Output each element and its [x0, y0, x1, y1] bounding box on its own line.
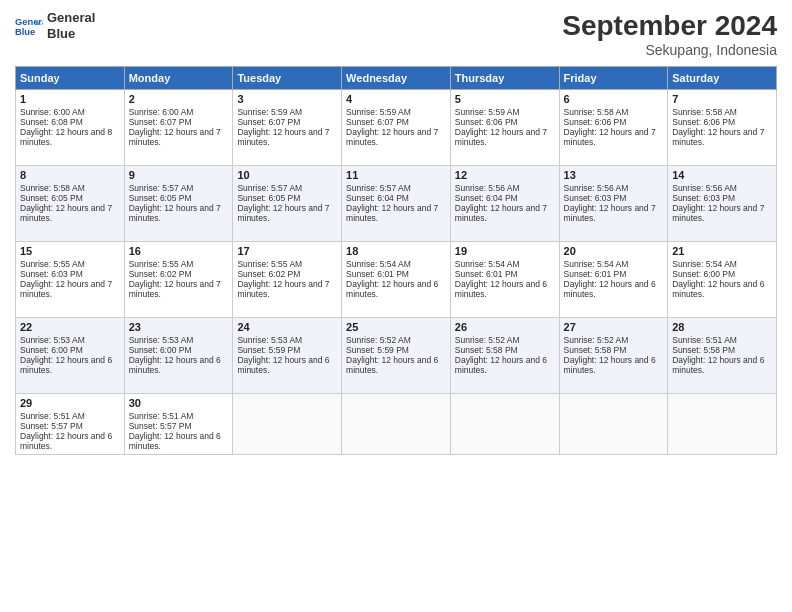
day-number: 17 — [237, 245, 337, 257]
daylight: Daylight: 12 hours and 6 minutes. — [129, 431, 221, 451]
sunset: Sunset: 6:02 PM — [129, 269, 192, 279]
day-number: 3 — [237, 93, 337, 105]
sunrise: Sunrise: 5:56 AM — [455, 183, 520, 193]
day-number: 9 — [129, 169, 229, 181]
daylight: Daylight: 12 hours and 7 minutes. — [237, 279, 329, 299]
sunset: Sunset: 6:07 PM — [346, 117, 409, 127]
sunset: Sunset: 5:57 PM — [20, 421, 83, 431]
week-row-1: 1Sunrise: 6:00 AMSunset: 6:08 PMDaylight… — [16, 90, 777, 166]
daylight: Daylight: 12 hours and 7 minutes. — [20, 279, 112, 299]
header-row: Sunday Monday Tuesday Wednesday Thursday… — [16, 67, 777, 90]
sunset: Sunset: 6:00 PM — [672, 269, 735, 279]
sunset: Sunset: 6:06 PM — [672, 117, 735, 127]
week-row-4: 22Sunrise: 5:53 AMSunset: 6:00 PMDayligh… — [16, 318, 777, 394]
daylight: Daylight: 12 hours and 6 minutes. — [564, 279, 656, 299]
day-number: 21 — [672, 245, 772, 257]
day-number: 18 — [346, 245, 446, 257]
sunset: Sunset: 6:04 PM — [455, 193, 518, 203]
sunrise: Sunrise: 5:52 AM — [346, 335, 411, 345]
sunset: Sunset: 6:03 PM — [564, 193, 627, 203]
week-row-5: 29Sunrise: 5:51 AMSunset: 5:57 PMDayligh… — [16, 394, 777, 455]
sunset: Sunset: 6:07 PM — [237, 117, 300, 127]
table-row: 18Sunrise: 5:54 AMSunset: 6:01 PMDayligh… — [342, 242, 451, 318]
sunrise: Sunrise: 5:55 AM — [20, 259, 85, 269]
table-row: 29Sunrise: 5:51 AMSunset: 5:57 PMDayligh… — [16, 394, 125, 455]
month-title: September 2024 — [562, 10, 777, 42]
daylight: Daylight: 12 hours and 7 minutes. — [237, 203, 329, 223]
table-row: 12Sunrise: 5:56 AMSunset: 6:04 PMDayligh… — [450, 166, 559, 242]
daylight: Daylight: 12 hours and 6 minutes. — [20, 355, 112, 375]
sunrise: Sunrise: 5:55 AM — [237, 259, 302, 269]
title-section: September 2024 Sekupang, Indonesia — [562, 10, 777, 58]
sunrise: Sunrise: 5:54 AM — [455, 259, 520, 269]
logo: General Blue General Blue — [15, 10, 95, 41]
daylight: Daylight: 12 hours and 6 minutes. — [20, 431, 112, 451]
table-row: 28Sunrise: 5:51 AMSunset: 5:58 PMDayligh… — [668, 318, 777, 394]
table-row: 6Sunrise: 5:58 AMSunset: 6:06 PMDaylight… — [559, 90, 668, 166]
sunset: Sunset: 6:01 PM — [346, 269, 409, 279]
day-number: 30 — [129, 397, 229, 409]
daylight: Daylight: 12 hours and 7 minutes. — [129, 127, 221, 147]
day-number: 6 — [564, 93, 664, 105]
sunrise: Sunrise: 5:52 AM — [455, 335, 520, 345]
sunset: Sunset: 6:06 PM — [455, 117, 518, 127]
sunrise: Sunrise: 5:56 AM — [672, 183, 737, 193]
col-wednesday: Wednesday — [342, 67, 451, 90]
table-row: 1Sunrise: 6:00 AMSunset: 6:08 PMDaylight… — [16, 90, 125, 166]
daylight: Daylight: 12 hours and 6 minutes. — [564, 355, 656, 375]
day-number: 27 — [564, 321, 664, 333]
day-number: 10 — [237, 169, 337, 181]
daylight: Daylight: 12 hours and 7 minutes. — [672, 203, 764, 223]
day-number: 8 — [20, 169, 120, 181]
sunset: Sunset: 6:07 PM — [129, 117, 192, 127]
daylight: Daylight: 12 hours and 6 minutes. — [672, 355, 764, 375]
sunrise: Sunrise: 6:00 AM — [20, 107, 85, 117]
daylight: Daylight: 12 hours and 7 minutes. — [129, 279, 221, 299]
table-row — [342, 394, 451, 455]
day-number: 24 — [237, 321, 337, 333]
sunrise: Sunrise: 5:59 AM — [237, 107, 302, 117]
table-row: 10Sunrise: 5:57 AMSunset: 6:05 PMDayligh… — [233, 166, 342, 242]
day-number: 12 — [455, 169, 555, 181]
table-row: 30Sunrise: 5:51 AMSunset: 5:57 PMDayligh… — [124, 394, 233, 455]
sunrise: Sunrise: 5:55 AM — [129, 259, 194, 269]
daylight: Daylight: 12 hours and 7 minutes. — [455, 203, 547, 223]
sunset: Sunset: 5:59 PM — [346, 345, 409, 355]
day-number: 29 — [20, 397, 120, 409]
table-row — [668, 394, 777, 455]
sunrise: Sunrise: 5:57 AM — [237, 183, 302, 193]
col-sunday: Sunday — [16, 67, 125, 90]
sunset: Sunset: 6:04 PM — [346, 193, 409, 203]
table-row: 27Sunrise: 5:52 AMSunset: 5:58 PMDayligh… — [559, 318, 668, 394]
sunrise: Sunrise: 5:53 AM — [237, 335, 302, 345]
sunset: Sunset: 5:58 PM — [564, 345, 627, 355]
table-row: 20Sunrise: 5:54 AMSunset: 6:01 PMDayligh… — [559, 242, 668, 318]
day-number: 19 — [455, 245, 555, 257]
table-row: 7Sunrise: 5:58 AMSunset: 6:06 PMDaylight… — [668, 90, 777, 166]
table-row: 13Sunrise: 5:56 AMSunset: 6:03 PMDayligh… — [559, 166, 668, 242]
sunset: Sunset: 6:00 PM — [129, 345, 192, 355]
day-number: 11 — [346, 169, 446, 181]
daylight: Daylight: 12 hours and 6 minutes. — [672, 279, 764, 299]
sunrise: Sunrise: 5:53 AM — [129, 335, 194, 345]
table-row: 24Sunrise: 5:53 AMSunset: 5:59 PMDayligh… — [233, 318, 342, 394]
logo-text-line1: General — [47, 10, 95, 26]
daylight: Daylight: 12 hours and 7 minutes. — [672, 127, 764, 147]
day-number: 22 — [20, 321, 120, 333]
col-saturday: Saturday — [668, 67, 777, 90]
sunrise: Sunrise: 5:54 AM — [346, 259, 411, 269]
sunrise: Sunrise: 5:54 AM — [564, 259, 629, 269]
day-number: 4 — [346, 93, 446, 105]
logo-icon: General Blue — [15, 12, 43, 40]
day-number: 16 — [129, 245, 229, 257]
calendar-table: Sunday Monday Tuesday Wednesday Thursday… — [15, 66, 777, 455]
daylight: Daylight: 12 hours and 6 minutes. — [237, 355, 329, 375]
sunrise: Sunrise: 5:59 AM — [346, 107, 411, 117]
day-number: 26 — [455, 321, 555, 333]
sunset: Sunset: 5:59 PM — [237, 345, 300, 355]
day-number: 5 — [455, 93, 555, 105]
day-number: 28 — [672, 321, 772, 333]
daylight: Daylight: 12 hours and 7 minutes. — [564, 127, 656, 147]
sunset: Sunset: 5:58 PM — [455, 345, 518, 355]
sunrise: Sunrise: 5:58 AM — [672, 107, 737, 117]
